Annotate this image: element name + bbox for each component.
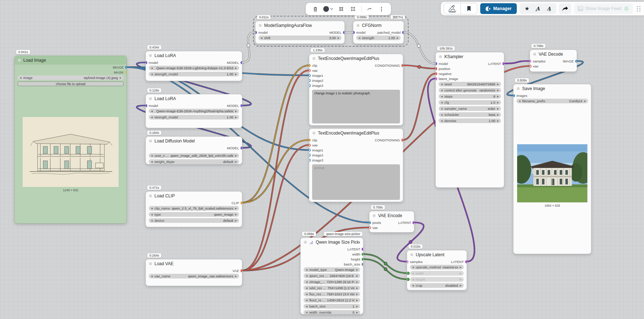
- output-port-CONDITIONING[interactable]: [401, 64, 403, 67]
- widget-unet_n-[interactable]: ◀unet_n ...qwen_image_edit_2509_fp8_e4m3…: [149, 153, 239, 158]
- output-port-MODEL[interactable]: [240, 104, 242, 107]
- node-header[interactable]: VAE Encode: [369, 211, 414, 220]
- widget-left-arrow[interactable]: ◀: [151, 73, 153, 76]
- node-ksampler[interactable]: 109.391sKSamplermodelLATENTpositivenegat…: [435, 52, 504, 188]
- node-text-encode-1[interactable]: 1.235sTextEncodeQwenImageEditPlusclipCON…: [309, 54, 403, 126]
- collapse-icon[interactable]: [349, 4, 357, 14]
- widget-strength_model[interactable]: ◀strength_model1.00▶: [149, 115, 239, 119]
- widget-left-arrow[interactable]: ◀: [306, 293, 307, 296]
- output-port-MASK[interactable]: [125, 71, 127, 74]
- widget-left-arrow[interactable]: ◀: [20, 76, 22, 79]
- widget-device[interactable]: ◀devicedefault▶: [149, 218, 239, 223]
- widget-left-arrow[interactable]: ◀: [412, 272, 414, 275]
- frame-icon[interactable]: [337, 4, 345, 14]
- node-header[interactable]: Load CLIP: [146, 192, 242, 200]
- widget-right-arrow[interactable]: ▶: [356, 311, 358, 314]
- widget-left-arrow[interactable]: ◀: [441, 113, 443, 116]
- widget-zimage_-[interactable]: ◀zimage_...720×1280 (9:16 Portrait)▶: [304, 280, 360, 284]
- node-header[interactable]: Load LoRA: [146, 94, 242, 103]
- widget-left-arrow[interactable]: ◀: [306, 275, 307, 277]
- output-port-IMAGE[interactable]: [575, 60, 577, 63]
- input-port-model[interactable]: [146, 104, 147, 107]
- node-header[interactable]: KSampler: [436, 52, 504, 61]
- input-port-image2[interactable]: [309, 154, 311, 157]
- input-port-latent_image[interactable]: [436, 77, 437, 80]
- output-port-LATENT[interactable]: [465, 260, 467, 263]
- input-port-image3[interactable]: [309, 159, 311, 162]
- output-port-CONDITIONING[interactable]: [401, 139, 403, 142]
- input-port-height[interactable]: [407, 278, 410, 281]
- widget-right-arrow[interactable]: ▶: [497, 107, 499, 110]
- input-port-model[interactable]: [146, 61, 147, 64]
- node-header[interactable]: VAE Decode: [530, 50, 577, 58]
- widget-right-arrow[interactable]: ▶: [235, 213, 237, 216]
- input-port-width[interactable]: [407, 272, 410, 275]
- input-port-vae[interactable]: [369, 226, 371, 229]
- widget-image[interactable]: ◀imagestylized-image (4).jpeg▶: [18, 75, 124, 80]
- output-port-height[interactable]: [362, 258, 363, 261]
- widget-strength[interactable]: ◀strength1.00▶: [356, 36, 401, 40]
- output-port-batch_size[interactable]: [362, 263, 363, 266]
- node-lora-1[interactable]: 0.434sLoad LoRAmodelMODEL◀Qwen-Image-Edi…: [146, 51, 242, 81]
- widget-width_override[interactable]: ◀width_override0▶: [304, 310, 360, 314]
- output-port-width[interactable]: [362, 253, 363, 256]
- widget-left-arrow[interactable]: ◀: [441, 119, 443, 122]
- widget-filename_prefix[interactable]: ◀filename_prefixComfyUI▶: [516, 99, 588, 103]
- widget-upscale_method[interactable]: ◀upscale_methodnearest-exact▶: [410, 265, 464, 269]
- widget-type[interactable]: ◀typeqwen_image▶: [149, 212, 239, 217]
- input-port-model[interactable]: [353, 31, 355, 34]
- prompt-textarea[interactable]: change image 1 to realistic photograph: [312, 90, 400, 123]
- trash-icon[interactable]: [311, 4, 319, 14]
- input-port-image2[interactable]: [309, 79, 311, 82]
- share-icon[interactable]: [559, 3, 571, 14]
- widget-right-arrow[interactable]: ▶: [235, 219, 237, 222]
- widget-left-arrow[interactable]: ◀: [306, 287, 307, 290]
- widget-right-arrow[interactable]: ▶: [460, 272, 462, 275]
- letter-a-icon[interactable]: A: [533, 4, 543, 13]
- node-load-clip[interactable]: 0.471sLoad CLIPCLIP◀clip_nameqwen_2.5_vl…: [146, 191, 242, 227]
- show-image-feed-button[interactable]: Show Image Feed: [574, 3, 633, 14]
- widget-flux_res-[interactable]: ◀flux_res ...768×1024 (3:4 Vertical)▶: [304, 292, 360, 296]
- widget-scheduler[interactable]: ◀schedulerbeta▶: [439, 112, 501, 117]
- widget-left-arrow[interactable]: ◀: [151, 207, 153, 210]
- input-port-vae[interactable]: [530, 65, 531, 68]
- widget-right-arrow[interactable]: ▶: [356, 299, 358, 302]
- widget-value[interactable]: ◀Qwen-Image-Edit-2509-Lightning-8steps-V…: [149, 66, 239, 70]
- widget-left-arrow[interactable]: ◀: [306, 299, 307, 302]
- node-header[interactable]: TextEncodeQwenImageEditPlus: [309, 54, 403, 63]
- input-port-vae[interactable]: [309, 144, 311, 147]
- widget-right-arrow[interactable]: ▶: [235, 275, 237, 278]
- widget-crop[interactable]: ◀cropdisabled▶: [410, 283, 464, 288]
- widget-batch_size[interactable]: ◀batch_size1▶: [304, 304, 360, 309]
- widget-height[interactable]: ◀height▶: [410, 277, 464, 282]
- node-header[interactable]: ModelSamplingAuraFlow: [256, 21, 344, 30]
- widget-left-arrow[interactable]: ◀: [441, 95, 443, 98]
- output-port-LATENT[interactable]: [412, 221, 414, 224]
- widget-control-after-generate[interactable]: ◀control after generaterandomize▶: [439, 88, 501, 93]
- node-header[interactable]: Upscale Latent: [407, 250, 467, 259]
- node-header[interactable]: TextEncodeQwenImageEditPlus: [309, 129, 403, 137]
- manager-button[interactable]: Manager: [480, 3, 516, 14]
- input-port-positive[interactable]: [436, 67, 437, 70]
- widget-right-arrow[interactable]: ▶: [235, 67, 237, 70]
- input-port-samples[interactable]: [407, 260, 409, 263]
- widget-right-arrow[interactable]: ▶: [460, 266, 462, 269]
- letter-a-icon[interactable]: A: [544, 4, 553, 13]
- widget-right-arrow[interactable]: ▶: [235, 73, 237, 76]
- widget-seed[interactable]: ◀seed384291546073896▶: [439, 82, 501, 86]
- output-port-LATENT[interactable]: [362, 248, 363, 251]
- widget-left-arrow[interactable]: ◀: [261, 37, 262, 39]
- widget-denoise[interactable]: ◀denoise1.00▶: [439, 118, 501, 123]
- output-port-MODEL[interactable]: [240, 61, 242, 64]
- widget-left-arrow[interactable]: ◀: [519, 100, 520, 103]
- widget-left-arrow[interactable]: ◀: [151, 219, 153, 222]
- drag-handle[interactable]: [636, 6, 642, 11]
- widget-left-arrow[interactable]: ◀: [441, 83, 443, 86]
- node-text-encode-2[interactable]: TextEncodeQwenImageEditPlusclipCONDITION…: [309, 128, 403, 202]
- widget-left-arrow[interactable]: ◀: [441, 89, 443, 92]
- widget-right-arrow[interactable]: ▶: [497, 95, 499, 98]
- widget-width[interactable]: ◀width▶: [410, 271, 464, 276]
- input-port-clip[interactable]: [309, 64, 311, 67]
- node-size-picker[interactable]: 0.059sqwen-image-size-pickerQwen Image S…: [300, 238, 363, 314]
- output-port-CLIP[interactable]: [240, 201, 242, 205]
